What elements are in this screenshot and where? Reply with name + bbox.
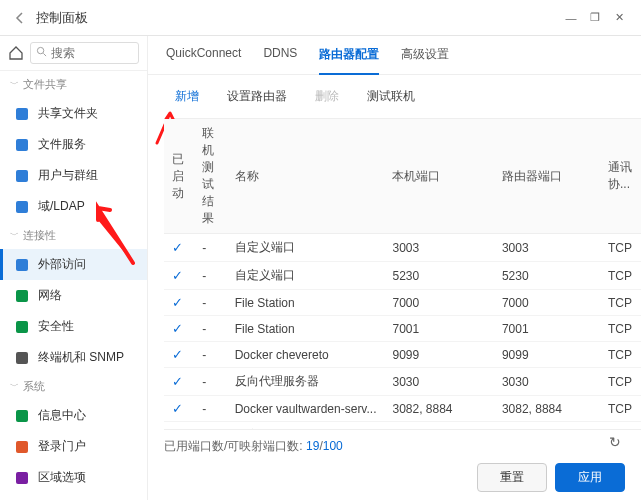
col-enabled[interactable]: 已启动 xyxy=(164,119,194,234)
sidebar-item[interactable]: 文件服务 xyxy=(0,129,147,160)
cell-local: 3082, 8884 xyxy=(384,396,493,422)
sidebar-item[interactable]: 信息中心 xyxy=(0,400,147,431)
back-icon[interactable] xyxy=(10,8,30,28)
nav-icon xyxy=(14,137,30,153)
apply-button[interactable]: 应用 xyxy=(555,463,625,492)
svg-point-0 xyxy=(37,47,43,53)
col-name[interactable]: 名称 xyxy=(227,119,385,234)
table-row[interactable]: ✓-Docker vaultwarden-serv...3082, 888430… xyxy=(164,396,641,422)
table-row[interactable]: ✓-自定义端口52305230TCP xyxy=(164,262,641,290)
close-button[interactable]: ✕ xyxy=(607,6,631,30)
maximize-button[interactable]: ❐ xyxy=(583,6,607,30)
tab[interactable]: 高级设置 xyxy=(401,46,449,74)
table-row[interactable]: ✓-反向代理服务器30303030TCP xyxy=(164,368,641,396)
sidebar-item-label: 外部访问 xyxy=(38,256,86,273)
nav-icon xyxy=(14,470,30,486)
add-button[interactable]: 新增 xyxy=(164,83,210,110)
cell-name: File Station xyxy=(227,316,385,342)
sidebar-group-header[interactable]: ﹀系统 xyxy=(0,373,147,400)
cell-name: Docker chevereto xyxy=(227,342,385,368)
tab[interactable]: QuickConnect xyxy=(166,46,241,74)
tab[interactable]: DDNS xyxy=(263,46,297,74)
cell-name: 反向代理服务器 xyxy=(227,368,385,396)
table-row[interactable]: ✓-Docker chevereto90999099TCP xyxy=(164,342,641,368)
cell-enabled: ✓ xyxy=(164,290,194,316)
svg-rect-11 xyxy=(16,472,28,484)
sidebar-item-label: 终端机和 SNMP xyxy=(38,349,124,366)
cell-local: 3030 xyxy=(384,368,493,396)
col-test[interactable]: 联机测试结果 xyxy=(194,119,226,234)
cell-enabled: ✓ xyxy=(164,316,194,342)
tab[interactable]: 路由器配置 xyxy=(319,46,379,75)
control-panel-window: 控制面板 — ❐ ✕ ﹀文件共享共享文件夹文件服务用户与群组域/LDAP﹀连接性… xyxy=(0,0,641,500)
reset-button[interactable]: 重置 xyxy=(477,463,547,492)
sidebar-item[interactable]: 终端机和 SNMP xyxy=(0,342,147,373)
cell-proto: TCP xyxy=(600,342,641,368)
cell-test: - xyxy=(194,422,226,431)
check-icon: ✓ xyxy=(172,295,183,310)
cell-test: - xyxy=(194,316,226,342)
svg-rect-9 xyxy=(16,410,28,422)
cell-enabled: ✓ xyxy=(164,422,194,431)
search-input[interactable] xyxy=(51,46,133,60)
svg-rect-1 xyxy=(16,108,28,120)
chevron-down-icon: ﹀ xyxy=(10,380,19,393)
col-router[interactable]: 路由器端口 xyxy=(494,119,600,234)
cell-test: - xyxy=(194,396,226,422)
check-icon: ✓ xyxy=(172,268,183,283)
search-box[interactable] xyxy=(30,42,139,64)
footer: 已用端口数/可映射端口数: 19/100 重置 应用 xyxy=(148,430,641,500)
setup-router-button[interactable]: 设置路由器 xyxy=(216,83,298,110)
sidebar-item[interactable]: 登录门户 xyxy=(0,431,147,462)
sidebar-item[interactable]: 区域选项 xyxy=(0,462,147,493)
sidebar-group-header[interactable]: ﹀连接性 xyxy=(0,222,147,249)
nav-icon xyxy=(14,408,30,424)
table-row[interactable]: ✓-File Station70007000TCP xyxy=(164,290,641,316)
refresh-icon[interactable]: ↻ xyxy=(609,434,621,450)
sidebar-item[interactable]: 安全性 xyxy=(0,311,147,342)
tabs: QuickConnectDDNS路由器配置高级设置 xyxy=(148,36,641,75)
sidebar-item[interactable]: 共享文件夹 xyxy=(0,98,147,129)
sidebar-item[interactable]: 网络 xyxy=(0,280,147,311)
check-icon: ✓ xyxy=(172,321,183,336)
minimize-button[interactable]: — xyxy=(559,6,583,30)
toolbar: 新增 设置路由器 删除 测试联机 xyxy=(148,75,641,118)
search-icon xyxy=(36,46,47,60)
cell-name: 自定义端口 xyxy=(227,422,385,431)
cell-proto: TCP xyxy=(600,290,641,316)
sidebar-item-label: 登录门户 xyxy=(38,438,86,455)
sidebar-item[interactable]: 通知设置 xyxy=(0,493,147,500)
col-proto[interactable]: 通讯协... xyxy=(600,119,641,234)
sidebar-item-label: 文件服务 xyxy=(38,136,86,153)
home-icon[interactable] xyxy=(8,45,24,61)
cell-local: 7001 xyxy=(384,316,493,342)
table-row[interactable]: ✓-File Station70017001TCP xyxy=(164,316,641,342)
cell-router: 7000 xyxy=(494,290,600,316)
port-table: 已启动 联机测试结果 名称 本机端口 路由器端口 通讯协... ✓-自定义端口3… xyxy=(164,118,641,430)
cell-local: 5230 xyxy=(384,262,493,290)
sidebar-item[interactable]: 外部访问 xyxy=(0,249,147,280)
window-title: 控制面板 xyxy=(36,9,88,27)
sidebar-group-header[interactable]: ﹀文件共享 xyxy=(0,71,147,98)
check-icon: ✓ xyxy=(172,240,183,255)
table-row[interactable]: ✓-自定义端口3240032400TCP xyxy=(164,422,641,431)
svg-rect-8 xyxy=(16,352,28,364)
sidebar-item[interactable]: 域/LDAP xyxy=(0,191,147,222)
cell-test: - xyxy=(194,262,226,290)
test-connection-button[interactable]: 测试联机 xyxy=(356,83,426,110)
nav-icon xyxy=(14,288,30,304)
svg-rect-3 xyxy=(16,170,28,182)
col-local[interactable]: 本机端口 xyxy=(384,119,493,234)
delete-button[interactable]: 删除 xyxy=(304,83,350,110)
sidebar-item[interactable]: 用户与群组 xyxy=(0,160,147,191)
port-count-info: 已用端口数/可映射端口数: 19/100 xyxy=(164,438,625,455)
nav-icon xyxy=(14,168,30,184)
sidebar-item-label: 域/LDAP xyxy=(38,198,85,215)
cell-proto: TCP xyxy=(600,422,641,431)
table-row[interactable]: ✓-自定义端口30033003TCP xyxy=(164,234,641,262)
cell-test: - xyxy=(194,290,226,316)
cell-router: 3082, 8884 xyxy=(494,396,600,422)
svg-rect-5 xyxy=(16,259,28,271)
cell-enabled: ✓ xyxy=(164,234,194,262)
cell-test: - xyxy=(194,368,226,396)
